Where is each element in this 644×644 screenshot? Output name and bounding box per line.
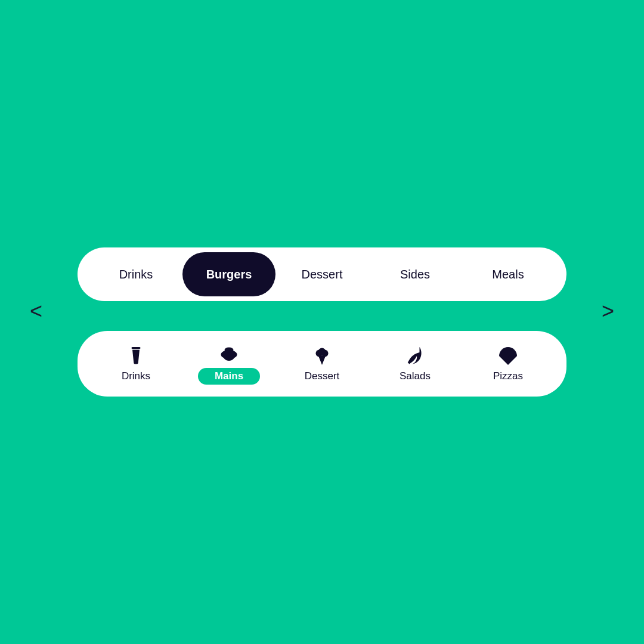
tab-burgers[interactable]: Burgers	[182, 252, 275, 296]
tab-icon-dessert-label: Dessert	[305, 370, 340, 382]
tab-icon-dessert[interactable]: Dessert	[275, 336, 369, 392]
cup-icon	[125, 345, 147, 367]
tab-dessert[interactable]: Dessert	[275, 252, 369, 296]
pizza-icon	[497, 345, 519, 367]
tab-drinks[interactable]: Drinks	[89, 252, 182, 296]
tab-icon-mains[interactable]: Mains	[182, 336, 275, 392]
tab-icon-drinks[interactable]: Drinks	[89, 336, 182, 392]
svg-point-2	[225, 348, 234, 353]
main-container: < > Drinks Burgers Dessert Sides Meals	[78, 247, 566, 397]
tab-sides[interactable]: Sides	[369, 252, 462, 296]
svg-point-6	[505, 352, 508, 355]
tab-meals[interactable]: Meals	[462, 252, 555, 296]
tab-bar-icons: Drinks Mains De	[78, 331, 566, 397]
svg-rect-0	[132, 347, 141, 349]
tab-icon-drinks-label: Drinks	[122, 370, 150, 382]
leaf-icon	[404, 345, 426, 367]
tab-bar-text: Drinks Burgers Dessert Sides Meals	[78, 247, 566, 301]
tab-icon-pizzas[interactable]: Pizzas	[462, 336, 555, 392]
svg-point-5	[318, 348, 326, 355]
tab-icon-salads-label: Salads	[400, 370, 431, 382]
tab-icon-pizzas-label: Pizzas	[493, 370, 523, 382]
svg-point-7	[509, 355, 512, 358]
tab-icon-salads[interactable]: Salads	[369, 336, 462, 392]
nav-arrow-left[interactable]: <	[30, 301, 42, 322]
icecream-icon	[311, 345, 333, 367]
tab-icon-mains-label: Mains	[198, 368, 260, 385]
bowl-icon	[218, 343, 240, 364]
nav-arrow-right[interactable]: >	[602, 301, 614, 322]
